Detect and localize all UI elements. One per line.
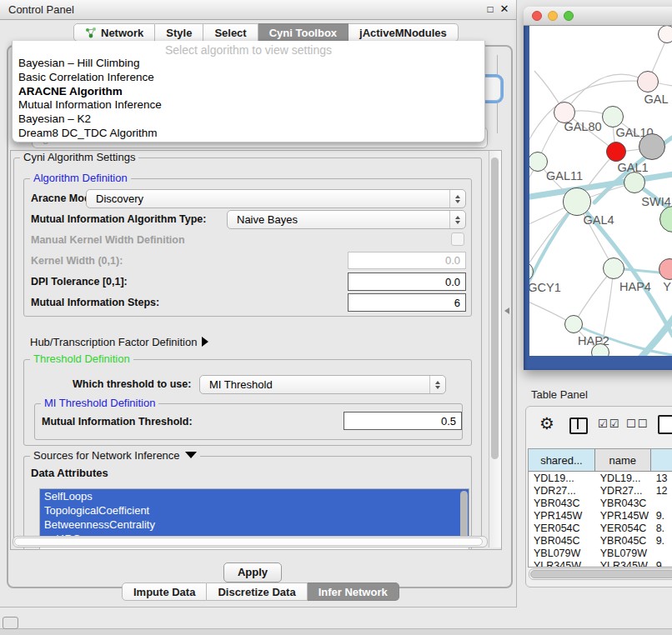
network-canvas[interactable]: GALGAL80GAL10GAL1GAL11SWI4GAL4GCY1HAP4YH…	[529, 26, 672, 356]
table-row[interactable]: YER054CYER054C8.	[529, 522, 672, 534]
table-cell[interactable]: YDR27...	[595, 484, 651, 497]
minimize-traffic-light-icon[interactable]	[548, 11, 558, 21]
zoom-traffic-light-icon[interactable]	[564, 11, 574, 21]
table-cell[interactable]: YER054C	[529, 522, 595, 534]
tab-select[interactable]: Select	[203, 23, 258, 42]
table-cell[interactable]: YBL079W	[595, 547, 651, 559]
close-window-icon[interactable]: ✕	[498, 2, 511, 16]
tab-jactivemnodules[interactable]: jActiveMNodules	[349, 23, 459, 42]
attribute-selfloops[interactable]: SelfLoops	[40, 489, 469, 503]
algorithm-option-basic-correlation-inference[interactable]: Basic Correlation Inference	[13, 71, 484, 85]
apply-button[interactable]: Apply	[223, 562, 282, 582]
which-threshold-combo[interactable]: MI Threshold	[199, 375, 446, 394]
algorithm-option-dream8-dc-tdc-algorithm[interactable]: Dream8 DC_TDC Algorithm	[13, 127, 484, 141]
settings-horizontal-scrollbar[interactable]	[13, 536, 488, 548]
attribute-topologicalcoefficient[interactable]: TopologicalCoefficient	[40, 503, 469, 518]
algorithm-option-bayesian-k2[interactable]: Bayesian – K2	[13, 112, 484, 127]
tab-impute-data[interactable]: Impute Data	[122, 582, 207, 601]
combo-stepper-icon[interactable]	[449, 190, 465, 208]
table-cell[interactable]: YPR145W	[595, 509, 651, 522]
network-node-gal4[interactable]	[563, 188, 591, 216]
mi-steps-label: Mutual Information Steps:	[31, 297, 159, 308]
table-cell[interactable]: YDL19...	[595, 472, 651, 484]
settings-vertical-scrollbar[interactable]	[489, 151, 501, 548]
table-row[interactable]: YPR145WYPR145W9.	[529, 509, 672, 522]
manual-kernel-checkbox[interactable]	[451, 232, 464, 246]
tab-cyni-toolbox[interactable]: Cyni Toolbox	[258, 23, 349, 42]
algorithm-option-mutual-information-inference[interactable]: Mutual Information Inference	[13, 98, 484, 112]
table-cell[interactable]: YER054C	[595, 522, 651, 534]
network-window-titlebar[interactable]	[524, 7, 672, 26]
control-panel-titlebar[interactable]: Control Panel □ ✕	[0, 0, 516, 20]
column-header-name[interactable]: name	[595, 449, 651, 471]
network-node-gal10[interactable]	[602, 106, 624, 128]
table-row[interactable]: YLR345WYLR345W9.	[529, 559, 672, 568]
table-cell[interactable]	[651, 547, 672, 559]
gear-icon[interactable]: ⚙	[539, 413, 554, 433]
table-cell[interactable]: 9.	[651, 559, 672, 568]
dpi-tolerance-field[interactable]: 0.0	[348, 272, 466, 291]
attribute-betweennesscentrality[interactable]: BetweennessCentrality	[40, 518, 469, 532]
network-node-gal1[interactable]	[606, 142, 626, 162]
column-header-shared[interactable]: shared...	[529, 449, 595, 471]
settings-vertical-scrollbar-thumb[interactable]	[491, 158, 499, 459]
mi-threshold-group: MI Threshold Definition Mutual Informati…	[34, 403, 463, 440]
mi-steps-field[interactable]: 6	[348, 293, 466, 312]
table-horizontal-scrollbar[interactable]	[529, 568, 672, 580]
tab-network[interactable]: Network	[73, 23, 155, 42]
columns-icon[interactable]	[569, 418, 588, 434]
mi-type-combo[interactable]: Naive Bayes	[227, 210, 466, 229]
table-row[interactable]: YBR043CYBR043C	[529, 497, 672, 509]
combo-stepper-icon[interactable]	[429, 376, 445, 393]
table-cell[interactable]: 9.	[651, 534, 672, 547]
table-cell[interactable]: YBR045C	[529, 534, 595, 547]
network-node-swi4[interactable]	[624, 172, 645, 193]
table-cell[interactable]	[651, 497, 672, 509]
unchecked-boxes-icon[interactable]: ☐☐	[626, 418, 649, 430]
table-cell[interactable]: YBR043C	[595, 497, 651, 509]
close-traffic-light-icon[interactable]	[532, 11, 542, 21]
algorithm-option-aracne-algorithm[interactable]: ARACNE Algorithm	[13, 85, 484, 99]
mi-threshold-field[interactable]: 0.5	[344, 412, 462, 430]
network-node[interactable]	[591, 343, 609, 356]
sources-title[interactable]: Sources for Network Inference	[30, 449, 200, 462]
tab-infer-network[interactable]: Infer Network	[308, 582, 399, 601]
network-node-gal[interactable]	[637, 71, 659, 92]
table-row[interactable]: YBR045CYBR045C9.	[529, 534, 672, 547]
table-cell[interactable]: 13	[651, 472, 672, 484]
table-cell[interactable]: YPR145W	[529, 509, 595, 522]
hub-definition-toggle[interactable]: Hub/Transcription Factor Definition	[30, 336, 208, 348]
collapsed-panel-icon[interactable]	[3, 617, 18, 629]
checked-boxes-icon[interactable]: ☑☑	[598, 418, 620, 430]
table-cell[interactable]: YDL19...	[529, 472, 595, 484]
table-cell[interactable]: YBR045C	[595, 534, 651, 547]
table-row[interactable]: YBL079WYBL079W	[529, 547, 672, 559]
table-cell[interactable]: 8.	[651, 522, 672, 534]
table-cell[interactable]: YLR345W	[595, 559, 651, 568]
kernel-width-field[interactable]: 0.0	[348, 252, 466, 269]
table-cell[interactable]: YBL079W	[529, 547, 595, 559]
network-node-hap4[interactable]	[603, 258, 624, 279]
column-header-2[interactable]	[651, 449, 672, 471]
table-cell[interactable]: YDR27...	[529, 484, 595, 497]
tab-infer-network-label: Infer Network	[318, 586, 388, 598]
aracne-mode-combo[interactable]: Discovery	[86, 189, 466, 208]
network-node[interactable]	[639, 133, 665, 160]
table-row[interactable]: YDR27...YDR27...12	[529, 484, 672, 497]
table-cell[interactable]: 12	[651, 484, 672, 497]
table-horizontal-scrollbar-thumb[interactable]	[530, 570, 672, 578]
settings-horizontal-scrollbar-thumb[interactable]	[14, 538, 483, 546]
table-cell[interactable]: 9.	[651, 509, 672, 522]
network-node[interactable]	[658, 26, 672, 43]
table-cell[interactable]: YLR345W	[529, 559, 595, 568]
table-cell[interactable]: YBR043C	[529, 497, 595, 509]
tab-style[interactable]: Style	[155, 23, 203, 42]
network-node-hap2[interactable]	[564, 315, 583, 333]
float-window-icon[interactable]: □	[484, 2, 497, 16]
combo-stepper-icon[interactable]	[449, 211, 465, 228]
document-icon[interactable]	[658, 415, 672, 434]
tab-discretize-data[interactable]: Discretize Data	[207, 582, 307, 601]
algorithm-option-bayesian-hill-climbing[interactable]: Bayesian – Hill Climbing	[13, 57, 484, 71]
table-panel: ⚙ ☑☑ ☐☐ shared...name YDL19...YDL19...13…	[525, 406, 672, 588]
table-row[interactable]: YDL19...YDL19...13	[529, 472, 672, 484]
